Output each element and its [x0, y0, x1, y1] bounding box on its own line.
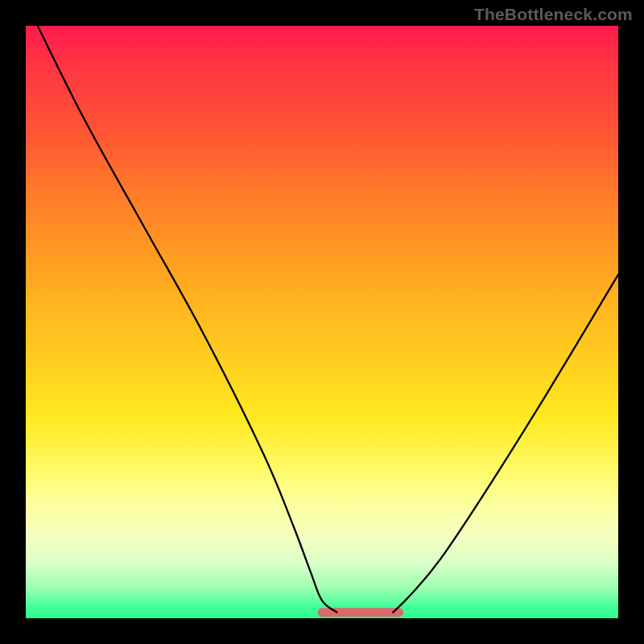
watermark-text: TheBottleneck.com	[474, 5, 633, 24]
chart-svg	[26, 26, 618, 618]
right-curve	[393, 275, 618, 613]
chart-plot-area	[26, 26, 618, 618]
left-curve	[38, 26, 337, 613]
chart-frame: TheBottleneck.com	[0, 0, 644, 644]
